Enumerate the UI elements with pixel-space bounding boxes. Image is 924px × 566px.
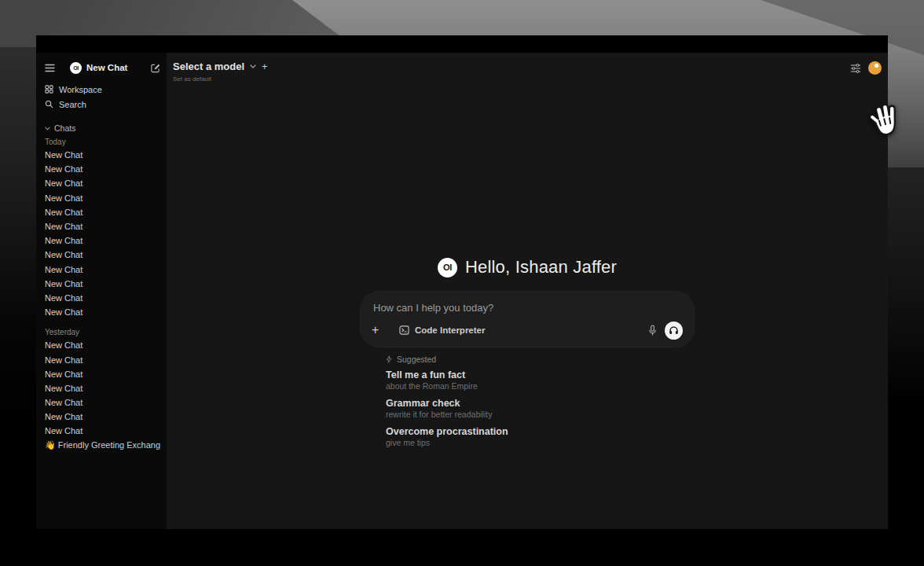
- chat-section-today: Today: [45, 135, 160, 148]
- chat-list-item[interactable]: New Chat: [45, 233, 160, 248]
- chat-item-label: New Chat: [45, 279, 82, 289]
- chevron-down-icon: [250, 64, 256, 68]
- main-header: Select a model + Set as default: [167, 53, 888, 97]
- chat-list-item[interactable]: New Chat: [45, 248, 160, 262]
- chats-label: Chats: [54, 123, 75, 133]
- headphones-icon: [669, 325, 679, 335]
- model-selector-label: Select a model: [173, 61, 244, 72]
- chat-item-label: New Chat: [45, 369, 82, 379]
- message-composer: + Code Interpreter: [361, 292, 694, 347]
- chevron-down-icon: [45, 127, 50, 130]
- window-titlebar: [36, 35, 888, 53]
- main-panel: Select a model + Set as default: [167, 53, 888, 529]
- chat-item-label: New Chat: [45, 293, 82, 303]
- suggested-prompt[interactable]: Overcome procrastination give me tips: [386, 426, 694, 447]
- app-logo: OI: [70, 62, 82, 74]
- chat-item-label: 👋 Friendly Greeting Exchange: [45, 440, 160, 450]
- suggested-prompt-subtitle: give me tips: [386, 438, 694, 447]
- suggested-prompt-subtitle: rewrite it for better readability: [386, 410, 694, 419]
- suggested-prompt[interactable]: Tell me a fun fact about the Roman Empir…: [386, 369, 694, 391]
- add-model-button[interactable]: +: [262, 61, 268, 72]
- voice-call-button[interactable]: [665, 322, 683, 340]
- sidebar-item-search[interactable]: Search: [45, 97, 160, 112]
- chat-list-item[interactable]: New Chat: [45, 219, 160, 233]
- suggested-prompt-title: Overcome procrastination: [386, 426, 694, 437]
- chat-item-label: New Chat: [45, 236, 82, 245]
- model-selector[interactable]: Select a model +: [173, 61, 268, 72]
- suggested-prompt-subtitle: about the Roman Empire: [386, 381, 694, 391]
- search-label: Search: [59, 100, 86, 109]
- attach-plus-button[interactable]: +: [372, 324, 386, 336]
- suggested-label: Suggested: [397, 355, 436, 364]
- screenshot-stage: OI New Chat Workspace Searc: [0, 0, 924, 566]
- terminal-icon: [399, 325, 409, 335]
- message-input[interactable]: [372, 300, 686, 315]
- chat-list-item[interactable]: New Chat: [45, 176, 160, 190]
- chat-list-today: New ChatNew ChatNew ChatNew ChatNew Chat…: [45, 148, 160, 319]
- sidebar: OI New Chat Workspace Searc: [36, 53, 167, 529]
- chat-list-item[interactable]: New Chat: [45, 395, 160, 410]
- code-interpreter-toggle[interactable]: Code Interpreter: [399, 325, 485, 335]
- chat-list-item[interactable]: New Chat: [45, 367, 160, 381]
- chat-item-label: New Chat: [45, 250, 82, 259]
- section-spacer: [45, 319, 160, 325]
- workspace-label: Workspace: [59, 85, 102, 94]
- suggested-header: Suggested: [386, 354, 694, 365]
- chat-list-yesterday: New ChatNew ChatNew ChatNew ChatNew Chat…: [45, 338, 160, 453]
- chat-list-item[interactable]: 👋 Friendly Greeting Exchange: [45, 439, 160, 453]
- workspace-grid-icon: [45, 85, 53, 94]
- sidebar-header: OI New Chat: [45, 61, 160, 75]
- chat-list-item[interactable]: New Chat: [45, 410, 160, 424]
- set-as-default-link[interactable]: Set as default: [173, 75, 268, 83]
- chat-list-item[interactable]: New Chat: [45, 205, 160, 219]
- chat-item-label: New Chat: [45, 193, 82, 203]
- chat-section-yesterday: Yesterday: [45, 325, 160, 338]
- header-right: [850, 61, 882, 75]
- search-icon: [45, 100, 53, 108]
- user-avatar[interactable]: [868, 61, 882, 75]
- chat-list-item[interactable]: New Chat: [45, 352, 160, 366]
- chat-list-item[interactable]: New Chat: [45, 381, 160, 395]
- model-selector-wrap: Select a model + Set as default: [173, 61, 268, 83]
- app-body: OI New Chat Workspace Searc: [36, 53, 888, 529]
- chat-item-label: New Chat: [45, 208, 82, 217]
- chat-item-label: New Chat: [45, 178, 82, 188]
- chat-list-item[interactable]: New Chat: [45, 263, 160, 277]
- composer-toolbar: + Code Interpreter: [372, 321, 683, 340]
- microphone-icon[interactable]: [648, 325, 657, 336]
- greeting-row: OI Hello, Ishaan Jaffer: [361, 255, 694, 279]
- suggested-list: Tell me a fun fact about the Roman Empir…: [386, 369, 694, 447]
- sidebar-item-workspace[interactable]: Workspace: [45, 82, 160, 97]
- controls-sliders-icon[interactable]: [850, 63, 861, 74]
- chat-list-item[interactable]: New Chat: [45, 424, 160, 438]
- bolt-icon: [386, 355, 392, 363]
- suggested-prompts: Suggested Tell me a fun fact about the R…: [361, 354, 694, 447]
- chat-list-item[interactable]: New Chat: [45, 191, 160, 205]
- greeting-text: Hello, Ishaan Jaffer: [465, 257, 617, 277]
- chat-list-item[interactable]: New Chat: [45, 148, 160, 162]
- sidebar-toggle-icon[interactable]: [45, 64, 55, 72]
- chat-item-label: New Chat: [45, 150, 82, 160]
- suggested-prompt-title: Grammar check: [386, 398, 694, 409]
- backdrop-strip-left: [0, 47, 36, 566]
- code-interpreter-label: Code Interpreter: [415, 325, 485, 335]
- chat-item-label: New Chat: [45, 384, 82, 393]
- chat-list-item[interactable]: New Chat: [45, 305, 160, 319]
- chat-item-label: New Chat: [45, 340, 82, 350]
- chat-list-item[interactable]: New Chat: [45, 277, 160, 291]
- chat-item-label: New Chat: [45, 398, 82, 407]
- sidebar-chats-header[interactable]: Chats: [45, 122, 160, 134]
- chat-item-label: New Chat: [45, 426, 82, 436]
- suggested-prompt-title: Tell me a fun fact: [386, 369, 694, 380]
- suggested-prompt[interactable]: Grammar check rewrite it for better read…: [386, 398, 694, 419]
- chat-list-item[interactable]: New Chat: [45, 291, 160, 305]
- chat-list-item[interactable]: New Chat: [45, 162, 160, 176]
- openwebui-logo-icon: OI: [438, 258, 457, 277]
- chat-item-label: New Chat: [45, 412, 82, 421]
- chat-item-label: New Chat: [45, 355, 82, 365]
- new-chat-icon[interactable]: [150, 63, 160, 73]
- backdrop-strip-right: [888, 167, 924, 566]
- chat-list-item[interactable]: New Chat: [45, 338, 160, 352]
- chat-item-label: New Chat: [45, 164, 82, 174]
- welcome-stack: OI Hello, Ishaan Jaffer + Code Interpret…: [361, 255, 694, 454]
